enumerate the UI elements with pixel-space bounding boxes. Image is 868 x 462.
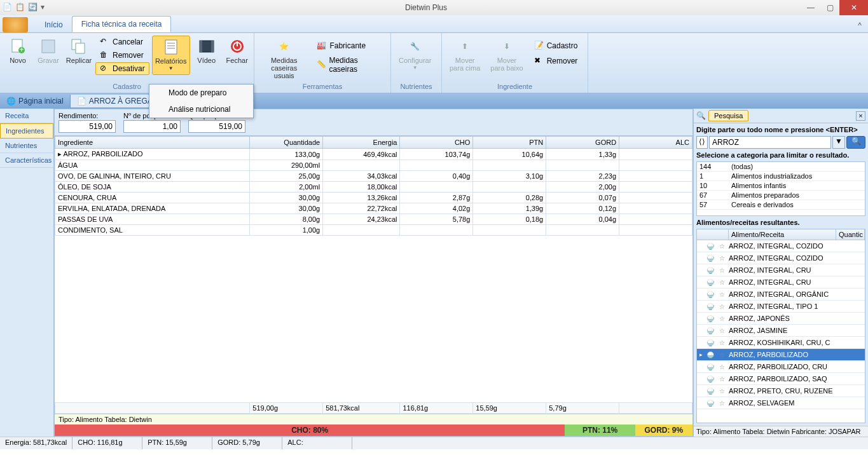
res-name-header[interactable]: Alimento/Receita xyxy=(729,229,836,240)
star-icon[interactable]: ☆ xyxy=(716,303,727,310)
fechar-button[interactable]: Fechar xyxy=(223,36,251,66)
star-icon[interactable]: ☆ xyxy=(716,279,727,286)
star-icon[interactable]: ☆ xyxy=(716,315,727,322)
grid-header[interactable]: GORD xyxy=(546,137,619,149)
star-icon[interactable]: ☆ xyxy=(716,363,727,370)
grid-header[interactable]: PTN xyxy=(473,137,546,149)
remover-button[interactable]: 🗑Remover xyxy=(95,49,149,62)
star-icon[interactable]: ☆ xyxy=(716,351,727,358)
result-row[interactable]: 🍚☆ARROZ, PARBOILIZADO, SAQ xyxy=(697,373,865,385)
category-row[interactable]: 67Alimentos preparados xyxy=(697,191,865,200)
cancelar-button[interactable]: ↶Cancelar xyxy=(95,36,149,48)
mover-baixo-button[interactable]: ⬇ Mover para baixo xyxy=(486,36,527,74)
result-row[interactable]: 🍚☆ARROZ, PARBOILIZADO, CRU xyxy=(697,361,865,373)
grid-header[interactable]: Energia xyxy=(323,137,400,149)
table-row[interactable]: CENOURA, CRUA30,00g13,26kcal2,87g0,28g0,… xyxy=(55,193,692,203)
gravar-button[interactable]: Gravar xyxy=(34,36,62,66)
table-row[interactable]: PASSAS DE UVA8,00g24,23kcal5,78g0,18g0,0… xyxy=(55,214,692,225)
dropdown-analise-nutricional[interactable]: Análise nutricional xyxy=(149,101,253,118)
video-button[interactable]: Vídeo xyxy=(193,36,221,66)
qat-dropdown[interactable]: ▾ xyxy=(41,3,51,13)
star-icon[interactable]: ☆ xyxy=(716,400,727,407)
grid-header[interactable]: CHO xyxy=(400,137,473,149)
porcoes-input[interactable] xyxy=(123,120,181,133)
result-row[interactable]: 🍚☆ARROZ, INTEGRAL, COZIDO xyxy=(697,240,865,252)
tab-inicio[interactable]: Início xyxy=(36,17,72,32)
category-row[interactable]: 57Cereais e derivados xyxy=(697,200,865,210)
dropdown-modo-preparo[interactable]: Modo de preparo xyxy=(149,85,253,101)
ingredients-grid[interactable]: IngredienteQuantidadeEnergiaCHOPTNGORDAL… xyxy=(55,136,692,402)
star-icon[interactable]: ☆ xyxy=(716,267,727,274)
app-menu-button[interactable] xyxy=(3,17,28,32)
configurar-button[interactable]: 🔧 Configurar ▼ xyxy=(395,36,435,74)
result-row[interactable]: 🍚☆ARROZ, JAPONÊS xyxy=(697,313,865,325)
desativar-button[interactable]: ⊘Desativar xyxy=(95,62,149,75)
sidetab-caracteristicas[interactable]: Características xyxy=(0,153,53,168)
result-row[interactable]: 🍚☆ARROZ, PRETO, CRU, RUZENE xyxy=(697,385,865,397)
search-panel-close[interactable]: × xyxy=(856,111,865,121)
result-row[interactable]: 🍚☆ARROZ, KOSHIHIKARI, CRU, C xyxy=(697,337,865,349)
table-row[interactable]: CONDIMENTO, SAL1,00g xyxy=(55,225,692,236)
result-row[interactable]: 🍚☆ARROZ, INTEGRAL, CRU xyxy=(697,276,865,289)
result-row[interactable]: 🍚☆ARROZ, INTEGRAL, CRU xyxy=(697,264,865,276)
relatorios-button[interactable]: Relatórios ▼ xyxy=(152,36,190,75)
category-row[interactable]: 144(todas) xyxy=(697,162,865,172)
qat-icon-3[interactable]: 🔄 xyxy=(28,3,38,13)
search-mode-icon[interactable]: ⟨⟩ xyxy=(696,136,708,149)
result-row[interactable]: 🍚☆ARROZ, INTEGRAL, COZIDO xyxy=(697,252,865,264)
sidetab-ingredientes[interactable]: Ingredientes xyxy=(0,123,53,139)
table-row[interactable]: ▸ ARROZ, PARBOILIZADO133,00g469,49kcal10… xyxy=(55,149,692,160)
result-row[interactable]: 🍚☆ARROZ, INTEGRAL, ORGÂNIC xyxy=(697,289,865,301)
grid-header[interactable]: ALC xyxy=(619,137,692,149)
grid-header[interactable]: Ingrediente xyxy=(55,137,250,149)
table-row[interactable]: ÁGUA290,00ml xyxy=(55,160,692,171)
sidetab-receita[interactable]: Receita xyxy=(0,109,53,123)
category-list[interactable]: 144(todas)1Alimentos industrializados10A… xyxy=(696,161,865,216)
rendimento-input[interactable] xyxy=(59,120,116,133)
remover-ing-button[interactable]: ✖Remover xyxy=(530,55,582,67)
search-go-button[interactable]: 🔍 xyxy=(846,136,865,149)
category-row[interactable]: 10Alimentos infantis xyxy=(697,181,865,191)
minimize-button[interactable]: — xyxy=(801,0,820,15)
sidetab-nutrientes[interactable]: Nutrientes xyxy=(0,139,53,153)
star-icon[interactable]: ☆ xyxy=(716,255,727,262)
mover-cima-button[interactable]: ⬆ Mover para cima xyxy=(446,36,484,74)
tab-ficha-tecnica[interactable]: Ficha técnica da receita xyxy=(72,16,172,32)
result-row[interactable]: 🍚☆ARROZ, JASMINE xyxy=(697,325,865,337)
table-row[interactable]: ÓLEO, DE SOJA2,00ml18,00kcal2,00g xyxy=(55,182,692,193)
svg-rect-6 xyxy=(165,40,177,54)
medidas-caseiras-button[interactable]: 📏Medidas caseiras xyxy=(312,55,387,75)
star-icon[interactable]: ☆ xyxy=(716,327,727,334)
grid-header[interactable]: Quantidade xyxy=(250,137,323,149)
table-row[interactable]: OVO, DE GALINHA, INTEIRO, CRU25,00g34,03… xyxy=(55,171,692,182)
medidas-usuais-button[interactable]: ⭐ Medidas caseiras usuais xyxy=(258,36,310,81)
res-qty-header[interactable]: Quantic xyxy=(836,229,865,240)
ptn-bar: PTN: 11% xyxy=(565,425,635,436)
star-icon[interactable]: ☆ xyxy=(716,388,727,395)
star-icon[interactable]: ☆ xyxy=(716,243,727,250)
star-icon[interactable]: ☆ xyxy=(716,291,727,298)
doctab-pagina-inicial[interactable]: 🌐 Página inicial xyxy=(0,95,71,107)
qat-icon-2[interactable]: 📋 xyxy=(15,3,25,13)
qtd-porcao-input[interactable] xyxy=(188,120,245,133)
fabricante-button[interactable]: 🏭Fabricante xyxy=(312,39,387,52)
results-box: Alimento/Receita Quantic 🍚☆ARROZ, INTEGR… xyxy=(696,229,865,423)
category-row[interactable]: 1Alimentos industrializados xyxy=(697,172,865,181)
close-button[interactable]: ✕ xyxy=(839,0,868,15)
qat-icon-1[interactable]: 📄 xyxy=(3,3,13,13)
cadastro-ing-button[interactable]: 📝Cadastro xyxy=(530,39,582,52)
search-tab[interactable]: Pesquisa xyxy=(708,110,748,121)
result-row[interactable]: ▸🍚☆ARROZ, PARBOILIZADO xyxy=(697,349,865,361)
search-dropdown-button[interactable]: ▼ xyxy=(832,136,845,149)
result-row[interactable]: 🍚☆ARROZ, INTEGRAL, TIPO 1 xyxy=(697,301,865,313)
novo-button[interactable]: + Novo xyxy=(4,36,32,66)
results-rows[interactable]: 🍚☆ARROZ, INTEGRAL, COZIDO🍚☆ARROZ, INTEGR… xyxy=(697,240,865,423)
result-row[interactable]: 🍚☆ARROZ, SELVAGEM xyxy=(697,397,865,409)
ribbon-help-icon[interactable]: ^ xyxy=(851,18,868,32)
table-row[interactable]: ERVILHA, ENLATADA, DRENADA30,00g22,72kca… xyxy=(55,203,692,214)
star-icon[interactable]: ☆ xyxy=(716,339,727,346)
replicar-button[interactable]: Replicar xyxy=(65,36,93,66)
maximize-button[interactable]: ▢ xyxy=(820,0,839,15)
search-input[interactable] xyxy=(709,136,831,149)
star-icon[interactable]: ☆ xyxy=(716,376,727,383)
